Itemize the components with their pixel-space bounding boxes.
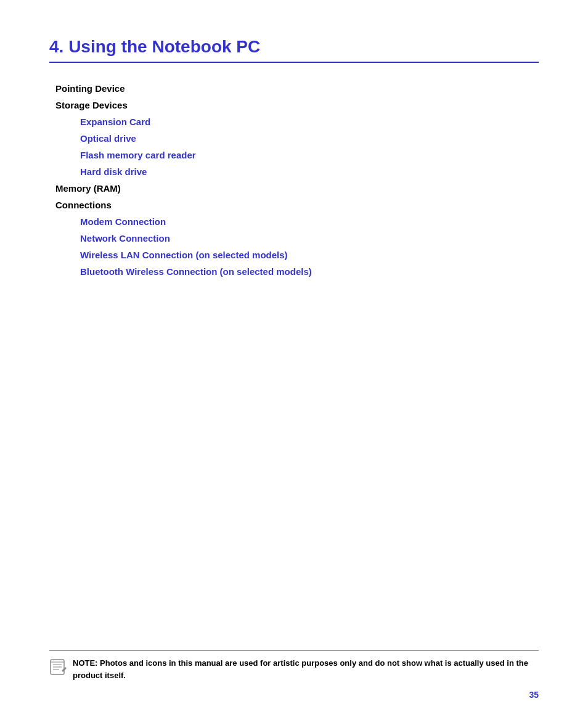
toc-item-3: Optical drive [80, 130, 539, 147]
toc-item-4: Flash memory card reader [80, 147, 539, 163]
footer-area: NOTE: Photos and icons in this manual ar… [49, 650, 539, 681]
chapter-title: 4. Using the Notebook PC [49, 37, 539, 57]
toc-item-0: Pointing Device [55, 80, 539, 97]
footer-note: NOTE: Photos and icons in this manual ar… [49, 657, 539, 681]
toc-item-6: Memory (RAM) [55, 180, 539, 197]
note-icon [49, 658, 67, 676]
toc-item-7: Connections [55, 197, 539, 213]
title-underline [49, 62, 539, 63]
page-container: 4. Using the Notebook PC Pointing Device… [0, 0, 588, 712]
footer-top-line [49, 650, 539, 651]
toc-item-5: Hard disk drive [80, 163, 539, 180]
toc-item-1: Storage Devices [55, 97, 539, 113]
toc-item-9: Network Connection [80, 230, 539, 247]
toc-item-2: Expansion Card [80, 113, 539, 130]
toc-item-10: Wireless LAN Connection (on selected mod… [80, 247, 539, 263]
toc-container: Pointing DeviceStorage DevicesExpansion … [55, 80, 539, 280]
page-number: 35 [529, 690, 539, 700]
footer-note-text: NOTE: Photos and icons in this manual ar… [73, 657, 539, 681]
toc-item-11: Bluetooth Wireless Connection (on select… [80, 263, 539, 280]
toc-item-8: Modem Connection [80, 213, 539, 230]
